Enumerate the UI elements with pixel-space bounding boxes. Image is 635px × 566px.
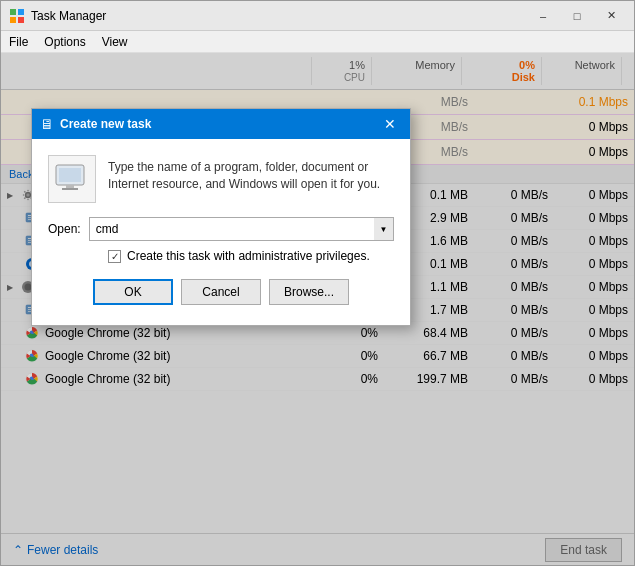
- taskmanager-icon: [9, 8, 25, 24]
- dialog-close-button[interactable]: ✕: [378, 114, 402, 134]
- open-input-row: Open: ▼: [48, 217, 394, 241]
- checkbox-check-icon: ✓: [111, 251, 119, 262]
- menu-view[interactable]: View: [94, 33, 136, 51]
- open-dropdown-button[interactable]: ▼: [374, 217, 394, 241]
- create-task-dialog: 🖥 Create new task ✕: [31, 108, 411, 326]
- main-content: 1% CPU Memory 0% Disk Network MB/s 0.1 M…: [1, 53, 634, 565]
- task-manager-window: Task Manager – □ ✕ File Options View 1% …: [0, 0, 635, 566]
- window-title: Task Manager: [31, 9, 528, 23]
- admin-checkbox-label: Create this task with administrative pri…: [127, 249, 370, 263]
- open-input-wrapper: ▼: [89, 217, 394, 241]
- menu-bar: File Options View: [1, 31, 634, 53]
- modal-overlay: 🖥 Create new task ✕: [1, 53, 634, 565]
- svg-rect-2: [10, 17, 16, 23]
- svg-rect-32: [62, 188, 78, 190]
- open-label: Open:: [48, 222, 81, 236]
- dialog-description-text: Type the name of a program, folder, docu…: [108, 155, 394, 203]
- close-button[interactable]: ✕: [596, 6, 626, 26]
- dialog-icon: 🖥: [40, 116, 54, 132]
- menu-options[interactable]: Options: [36, 33, 93, 51]
- svg-rect-0: [10, 9, 16, 15]
- dialog-title: Create new task: [60, 117, 378, 131]
- browse-button[interactable]: Browse...: [269, 279, 349, 305]
- maximize-button[interactable]: □: [562, 6, 592, 26]
- dialog-description-row: Type the name of a program, folder, docu…: [48, 155, 394, 203]
- ok-button[interactable]: OK: [93, 279, 173, 305]
- dialog-title-bar: 🖥 Create new task ✕: [32, 109, 410, 139]
- cancel-button[interactable]: Cancel: [181, 279, 261, 305]
- menu-file[interactable]: File: [1, 33, 36, 51]
- dialog-body: Type the name of a program, folder, docu…: [32, 139, 410, 325]
- svg-rect-3: [18, 17, 24, 23]
- open-input[interactable]: [89, 217, 394, 241]
- dialog-desc-icon: [48, 155, 96, 203]
- window-controls: – □ ✕: [528, 6, 626, 26]
- svg-rect-31: [66, 185, 74, 188]
- svg-rect-1: [18, 9, 24, 15]
- admin-checkbox-row: ✓ Create this task with administrative p…: [108, 249, 394, 263]
- dialog-buttons: OK Cancel Browse...: [48, 279, 394, 309]
- admin-checkbox[interactable]: ✓: [108, 250, 121, 263]
- minimize-button[interactable]: –: [528, 6, 558, 26]
- svg-rect-30: [59, 168, 81, 182]
- title-bar: Task Manager – □ ✕: [1, 1, 634, 31]
